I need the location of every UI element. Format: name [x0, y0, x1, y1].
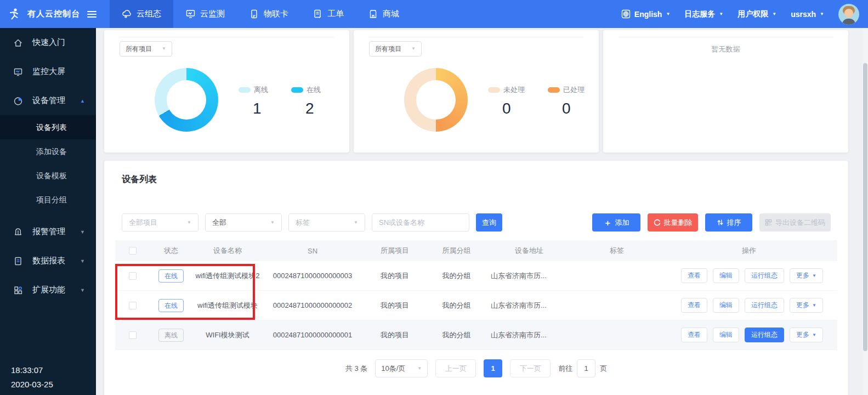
chevron-down-icon: ▼ — [772, 12, 776, 16]
toolbar: ＋ 添加 批量删除 — [592, 213, 831, 232]
view-button[interactable]: 查看 — [681, 298, 707, 313]
unhandled-swatch — [488, 87, 500, 93]
col-sn: SN — [263, 247, 362, 255]
cloud-icon — [122, 9, 132, 19]
run-scada-button[interactable]: 运行组态 — [745, 328, 784, 342]
online-count: 2 — [305, 100, 321, 117]
col-address: 设备地址 — [485, 246, 573, 256]
col-status: 状态 — [150, 246, 192, 256]
chevron-down-icon: ▼ — [812, 333, 816, 337]
avatar[interactable] — [838, 4, 859, 25]
menu-log-service[interactable]: 日志服务 ▼ — [684, 9, 723, 19]
row-actions: 查看 编辑 运行组态 更多 ▼ — [661, 268, 837, 283]
row-actions: 查看 编辑 运行组态 更多 ▼ — [661, 298, 837, 313]
view-button[interactable]: 查看 — [681, 268, 707, 283]
run-scada-button[interactable]: 运行组态 — [745, 298, 784, 313]
sidebar-subitem-project-group[interactable]: 项目分组 — [0, 188, 96, 212]
sidebar: 快速入门 监控大屏 设备管理 ▲ 设备列表 添加设备 设备模板 项目分组 — [0, 28, 96, 395]
page-size-select[interactable]: 10条/页 ▼ — [375, 359, 428, 377]
alarm-status-donut-chart — [404, 68, 468, 132]
sidebar-item-monitor-screen[interactable]: 监控大屏 — [0, 57, 96, 86]
chevron-down-icon: ▼ — [80, 258, 85, 264]
tab-iot-sim[interactable]: 物联卡 — [237, 0, 300, 28]
tab-label: 商城 — [383, 9, 399, 19]
sidebar-subitem-device-template[interactable]: 设备模板 — [0, 163, 96, 188]
tab-cloud-scada[interactable]: 云组态 — [110, 0, 173, 28]
empty-data-card: 暂无数据 — [603, 30, 848, 153]
col-project: 所属项目 — [362, 246, 428, 256]
goto-page-input[interactable] — [577, 359, 595, 377]
edit-button[interactable]: 编辑 — [713, 298, 739, 313]
card-divider — [120, 37, 334, 37]
header-right-menu: English ▼ 日志服务 ▼ 用户权限 ▼ usrsxh ▼ — [621, 0, 868, 28]
current-page-button[interactable]: 1 — [484, 359, 502, 377]
menu-label: 用户权限 — [737, 9, 768, 19]
tab-work-order[interactable]: 工单 — [300, 0, 356, 28]
project-filter-dropdown[interactable]: 全部项目 ▼ — [122, 213, 198, 232]
sidebar-item-quickstart[interactable]: 快速入门 — [0, 28, 96, 57]
run-scada-button[interactable]: 运行组态 — [745, 268, 784, 283]
search-input[interactable] — [372, 213, 469, 232]
device-sn: 00024871000000000003 — [263, 272, 362, 280]
add-button[interactable]: ＋ 添加 — [592, 213, 640, 232]
table-row: 离线 WIFI模块测试 00024871000000000001 我的项目 我的… — [115, 320, 837, 350]
legend-item-handled: 已处理 0 — [548, 85, 585, 117]
sidebar-item-device-mgmt[interactable]: 设备管理 ▲ — [0, 86, 96, 115]
more-button[interactable]: 更多 ▼ — [790, 298, 823, 313]
tab-mall[interactable]: 商城 — [356, 0, 411, 28]
device-project: 我的项目 — [362, 301, 428, 311]
chevron-down-icon: ▼ — [666, 12, 670, 16]
tab-label: 工单 — [327, 9, 344, 19]
sidebar-item-data-report[interactable]: 数据报表 ▼ — [0, 246, 96, 275]
device-status-donut-chart — [155, 68, 218, 132]
globe-icon — [621, 9, 631, 19]
button-label: 更多 — [796, 301, 809, 310]
view-button[interactable]: 查看 — [681, 328, 707, 342]
sidebar-subitem-device-list[interactable]: 设备列表 — [0, 115, 96, 139]
device-status-card: 所有项目 ▼ 离线 1 在线 2 — [104, 30, 349, 153]
chevron-down-icon: ▼ — [411, 47, 416, 51]
menu-user-permissions[interactable]: 用户权限 ▼ — [737, 9, 776, 19]
handled-swatch — [548, 87, 560, 93]
tab-cloud-monitor[interactable]: 云监测 — [173, 0, 237, 28]
monitor-icon — [185, 9, 196, 19]
edit-button[interactable]: 编辑 — [713, 268, 739, 283]
scrollbar-thumb[interactable] — [863, 63, 867, 351]
prev-page-button[interactable]: 上一页 — [435, 359, 476, 377]
online-swatch — [291, 87, 303, 93]
device-table: 状态 设备名称 SN 所属项目 所属分组 设备地址 标签 操作 在线 wifi透… — [115, 240, 837, 350]
sidebar-item-extensions[interactable]: 扩展功能 ▼ — [0, 275, 96, 304]
vertical-scrollbar[interactable] — [863, 28, 868, 395]
device-address: 山东省济南市历... — [485, 301, 573, 311]
project-filter-select[interactable]: 所有项目 ▼ — [369, 41, 422, 57]
tag-filter-dropdown[interactable]: 标签 ▼ — [288, 213, 365, 232]
more-button[interactable]: 更多 ▼ — [790, 328, 823, 342]
tab-label: 云监测 — [200, 9, 225, 19]
language-switcher[interactable]: English ▼ — [621, 9, 670, 19]
status-filter-dropdown[interactable]: 全部 ▼ — [205, 213, 282, 232]
brand: 有人云控制台 — [0, 0, 102, 28]
chevron-down-icon: ▼ — [417, 366, 422, 371]
sidebar-item-alarm-mgmt[interactable]: 报警管理 ▼ — [0, 217, 96, 246]
project-filter-select[interactable]: 所有项目 ▼ — [120, 41, 172, 57]
col-actions: 操作 — [661, 246, 837, 256]
select-all-checkbox[interactable] — [129, 247, 137, 255]
batch-delete-button[interactable]: 批量删除 — [648, 213, 698, 232]
menu-toggle-icon[interactable] — [87, 11, 97, 18]
user-menu[interactable]: usrsxh ▼ — [791, 10, 824, 19]
row-checkbox[interactable] — [129, 272, 137, 280]
chevron-down-icon: ▼ — [80, 229, 85, 235]
export-qr-button[interactable]: 导出设备二维码 — [759, 213, 831, 232]
sidebar-item-label: 数据报表 — [32, 256, 65, 266]
chevron-down-icon: ▼ — [812, 303, 816, 308]
device-pie-icon — [13, 96, 23, 106]
sidebar-subitem-add-device[interactable]: 添加设备 — [0, 139, 96, 163]
next-page-button[interactable]: 下一页 — [510, 359, 551, 377]
edit-button[interactable]: 编辑 — [713, 328, 739, 342]
row-checkbox[interactable] — [129, 302, 137, 309]
more-button[interactable]: 更多 ▼ — [790, 268, 823, 283]
sort-button[interactable]: 排序 — [705, 213, 752, 232]
row-checkbox[interactable] — [129, 331, 137, 339]
chevron-down-icon: ▼ — [812, 274, 816, 278]
query-button[interactable]: 查询 — [476, 213, 502, 232]
